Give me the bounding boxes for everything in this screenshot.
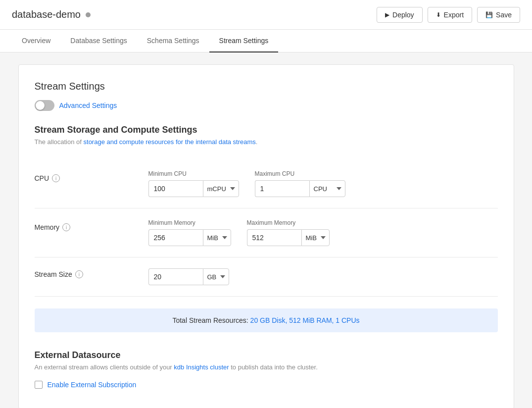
cpu-max-input[interactable] [255,180,309,197]
cpu-min-input-row: mCPU CPU [148,180,239,197]
total-resources-value: 20 GB Disk, 512 MiB RAM, 1 CPUs [250,316,360,324]
stream-size-unit-select[interactable]: GB TB [203,268,229,285]
app-title: database-demo [12,9,91,20]
export-label: Export [444,11,464,19]
deploy-label: Deploy [392,11,414,19]
main-content: Stream Settings Advanced Settings Stream… [6,52,526,408]
cpu-min-group: Minimum CPU mCPU CPU [148,170,239,197]
toggle-knob [36,101,45,110]
cpu-row: CPU i Minimum CPU mCPU CPU Maximum CPU [35,159,498,208]
app-name: database-demo [12,9,81,20]
top-bar: database-demo ▶ Deploy ⬇ Export 💾 Save [0,0,532,30]
memory-label: Memory i [35,219,148,231]
cpu-min-input[interactable] [148,180,203,197]
export-icon: ⬇ [436,11,441,18]
save-icon: 💾 [485,11,493,18]
deploy-button[interactable]: ▶ Deploy [377,7,423,23]
nav-tabs: Overview Database Settings Schema Settin… [0,30,532,52]
tab-database-settings[interactable]: Database Settings [60,30,137,52]
storage-section-title: Stream Storage and Compute Settings [35,125,498,135]
stream-size-row: Stream Size i GB TB [35,257,498,297]
memory-min-input[interactable] [148,229,203,246]
enable-external-row: Enable External Subscription [35,381,498,389]
cpu-min-unit-select[interactable]: mCPU CPU [203,180,239,197]
page-title: Stream Settings [35,81,498,92]
total-resources-prefix: Total Stream Resources: [172,316,250,324]
stream-size-input-row: GB TB [148,268,229,285]
total-resources-bar: Total Stream Resources: 20 GB Disk, 512 … [35,308,498,332]
external-datasource-section: External Datasource An external stream a… [35,350,498,389]
memory-min-unit-select[interactable]: MiB GiB [203,229,231,246]
cpu-max-group: Maximum CPU CPU mCPU [255,170,345,197]
memory-fields: Minimum Memory MiB GiB Maximum Memory [148,219,498,246]
advanced-settings-label: Advanced Settings [59,102,117,109]
memory-min-input-row: MiB GiB [148,229,231,246]
settings-card: Stream Settings Advanced Settings Stream… [18,64,514,408]
memory-min-label: Minimum Memory [148,219,231,226]
stream-size-field: GB TB [148,268,229,285]
external-desc: An external stream allows clients outsid… [35,363,498,371]
tab-stream-settings[interactable]: Stream Settings [209,30,279,52]
export-button[interactable]: ⬇ Export [428,7,472,23]
enable-external-label[interactable]: Enable External Subscription [48,381,137,389]
deploy-icon: ▶ [385,11,389,18]
save-button[interactable]: 💾 Save [477,7,520,23]
save-label: Save [496,11,512,19]
advanced-settings-row: Advanced Settings [35,100,498,111]
stream-size-label: Stream Size i [35,268,148,278]
memory-max-input-row: MiB GiB [247,229,330,246]
status-indicator [86,12,91,17]
cpu-info-icon[interactable]: i [52,174,60,182]
cpu-fields: Minimum CPU mCPU CPU Maximum CPU [148,170,498,197]
tab-schema-settings[interactable]: Schema Settings [137,30,209,52]
cpu-label: CPU i [35,170,148,182]
stream-size-info-icon[interactable]: i [75,270,83,278]
storage-section-desc: The allocation of storage and compute re… [35,138,498,146]
memory-max-input[interactable] [247,229,301,246]
external-title: External Datasource [35,350,498,360]
memory-max-unit-select[interactable]: MiB GiB [301,229,330,246]
memory-max-group: Maximum Memory MiB GiB [247,219,330,246]
cpu-max-label: Maximum CPU [255,170,345,177]
stream-size-input[interactable] [148,268,203,285]
cpu-max-input-row: CPU mCPU [255,180,345,197]
memory-max-label: Maximum Memory [247,219,330,226]
tab-overview[interactable]: Overview [12,30,60,52]
memory-min-group: Minimum Memory MiB GiB [148,219,231,246]
enable-external-checkbox[interactable] [35,381,43,389]
cpu-min-label: Minimum CPU [148,170,239,177]
cpu-max-unit-select[interactable]: CPU mCPU [309,180,345,197]
top-actions: ▶ Deploy ⬇ Export 💾 Save [377,7,520,23]
memory-row: Memory i Minimum Memory MiB GiB Maximum … [35,208,498,257]
memory-info-icon[interactable]: i [62,223,70,231]
advanced-settings-toggle[interactable] [35,100,54,111]
